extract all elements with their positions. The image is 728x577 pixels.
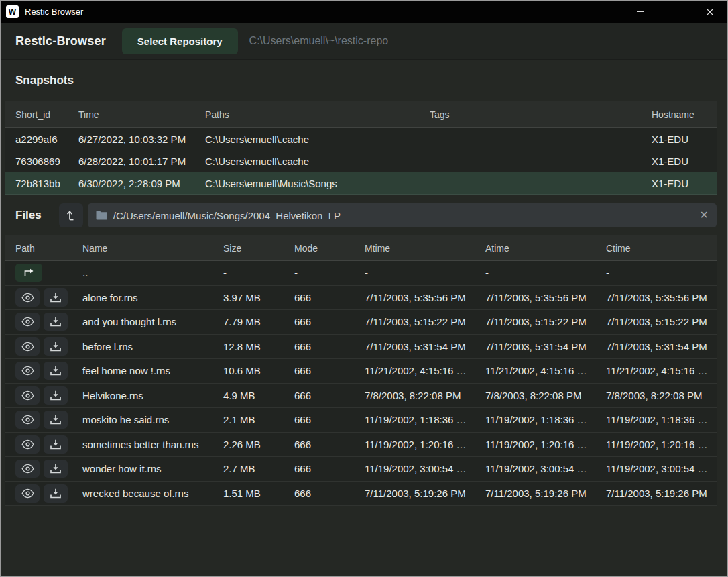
file-name: before l.rns	[82, 341, 223, 352]
file-mode: 666	[294, 390, 365, 401]
preview-file-button[interactable]	[15, 337, 40, 356]
toolbar: Restic-Browser Select Repository C:\User…	[1, 23, 727, 60]
column-header-size: Size	[223, 243, 294, 254]
file-mtime: 7/11/2003, 5:19:26 PM	[365, 488, 485, 499]
files-path-input[interactable]: /C/Users/emuell/Music/Songs/2004_Helveti…	[88, 203, 717, 227]
eye-icon	[21, 390, 34, 401]
close-button[interactable]	[692, 1, 727, 23]
file-mode: 666	[294, 341, 365, 352]
download-icon	[50, 293, 61, 303]
app-title: Restic-Browser	[15, 34, 106, 48]
file-ctime: 7/11/2003, 5:31:54 PM	[606, 341, 717, 352]
download-icon	[50, 415, 61, 425]
file-row: before l.rns 12.8 MB 666 7/11/2003, 5:31…	[5, 335, 717, 360]
open-repository-root-button[interactable]	[59, 203, 83, 227]
file-mtime: 11/21/2002, 4:15:16 …	[365, 365, 485, 376]
file-row: sometimes better than.rns 2.26 MB 666 11…	[5, 433, 717, 458]
file-mode: 666	[294, 488, 365, 499]
app-window: W Restic Browser Restic-Browser Select R…	[0, 0, 728, 577]
repository-path: C:\Users\emuell\~\restic-repo	[249, 35, 389, 47]
file-ctime: 11/21/2002, 4:15:16 …	[606, 365, 717, 376]
snapshots-header-row: Short_id Time Paths Tags Hostname	[5, 101, 717, 128]
snapshots-rows: a2299af6 6/27/2022, 10:03:32 PM C:\Users…	[5, 128, 717, 195]
download-file-button[interactable]	[44, 313, 68, 331]
maximize-button[interactable]	[658, 1, 692, 23]
file-mtime: 7/11/2003, 5:31:54 PM	[365, 341, 485, 352]
download-icon	[50, 390, 61, 401]
download-icon	[50, 488, 61, 499]
preview-file-button[interactable]	[15, 435, 40, 454]
file-ctime: 7/8/2003, 8:22:08 PM	[606, 390, 717, 401]
eye-icon	[21, 488, 34, 499]
column-header-time: Time	[78, 109, 205, 120]
minimize-button[interactable]	[623, 1, 658, 23]
select-repository-button[interactable]: Select Repository	[122, 28, 238, 54]
snapshot-row[interactable]: 76306869 6/28/2022, 10:01:17 PM C:\Users…	[5, 150, 717, 172]
files-table: Path Name Size Mode Mtime Atime Ctime ..…	[5, 235, 717, 506]
download-file-button[interactable]	[44, 460, 68, 478]
download-file-button[interactable]	[44, 337, 68, 356]
files-bar: Files /C/Users/emuell/Music/Songs/2004_H…	[5, 203, 717, 227]
column-header-paths: Paths	[205, 109, 430, 120]
minimize-icon	[637, 11, 644, 12]
preview-file-button[interactable]	[15, 484, 40, 503]
go-to-parent-directory-button[interactable]	[15, 264, 42, 282]
file-mtime: 11/19/2002, 1:20:16 …	[365, 439, 485, 450]
eye-icon	[21, 342, 34, 352]
file-row: alone for.rns 3.97 MB 666 7/11/2003, 5:3…	[5, 286, 717, 311]
file-name: alone for.rns	[82, 292, 223, 303]
file-mtime: 7/8/2003, 8:22:08 PM	[365, 390, 485, 401]
download-icon	[50, 439, 61, 450]
snapshot-row[interactable]: 72b813bb 6/30/2022, 2:28:09 PM C:\Users\…	[5, 172, 717, 195]
file-mtime: 7/11/2003, 5:15:22 PM	[365, 316, 485, 327]
file-mode: 666	[294, 439, 365, 450]
titlebar: W Restic Browser	[1, 1, 727, 23]
preview-file-button[interactable]	[15, 411, 40, 429]
download-file-button[interactable]	[44, 411, 68, 429]
snapshot-time: 6/27/2022, 10:03:32 PM	[78, 134, 205, 145]
snapshot-short-id: 72b813bb	[15, 178, 78, 189]
download-file-button[interactable]	[44, 435, 68, 454]
preview-file-button[interactable]	[15, 288, 40, 307]
snapshot-paths: C:\Users\emuell\Music\Songs	[205, 178, 430, 189]
download-file-button[interactable]	[44, 386, 68, 405]
snapshots-table: Short_id Time Paths Tags Hostname a2299a…	[5, 101, 717, 195]
snapshot-hostname: X1-EDU	[652, 156, 717, 167]
file-ctime: -	[606, 267, 717, 278]
file-row: moskito he said.rns 2.1 MB 666 11/19/200…	[5, 408, 717, 433]
file-name: feel home now !.rns	[82, 365, 223, 376]
file-atime: -	[485, 267, 606, 278]
preview-file-button[interactable]	[15, 386, 40, 405]
snapshot-short-id: 76306869	[15, 156, 78, 167]
file-atime: 11/19/2002, 3:00:54 …	[485, 463, 606, 474]
preview-file-button[interactable]	[15, 460, 40, 478]
file-mode: 666	[294, 292, 365, 303]
eye-icon	[21, 293, 34, 303]
file-size: 2.26 MB	[223, 439, 294, 450]
file-ctime: 11/19/2002, 1:20:16 …	[606, 439, 717, 450]
download-file-button[interactable]	[44, 288, 68, 307]
column-header-tags: Tags	[430, 109, 652, 120]
up-arrow-from-base-icon	[66, 209, 76, 221]
column-header-mode: Mode	[294, 243, 365, 254]
preview-file-button[interactable]	[15, 313, 40, 331]
file-size: 2.7 MB	[223, 463, 294, 474]
file-name: Helvikone.rns	[82, 390, 223, 401]
column-header-atime: Atime	[485, 243, 606, 254]
download-file-button[interactable]	[44, 362, 68, 380]
file-ctime: 7/11/2003, 5:15:22 PM	[606, 316, 717, 327]
eye-icon	[21, 415, 34, 425]
snapshot-row[interactable]: a2299af6 6/27/2022, 10:03:32 PM C:\Users…	[5, 128, 717, 150]
eye-icon	[21, 366, 34, 376]
file-size: 4.9 MB	[223, 390, 294, 401]
file-name: wonder how it.rns	[82, 463, 223, 474]
column-header-path: Path	[15, 243, 82, 254]
file-name: sometimes better than.rns	[82, 439, 223, 450]
download-file-button[interactable]	[44, 484, 68, 503]
snapshot-paths: C:\Users\emuell\.cache	[205, 156, 430, 167]
parent-directory-row: .. - - - - -	[5, 261, 717, 286]
preview-file-button[interactable]	[15, 362, 40, 380]
file-atime: 11/19/2002, 1:20:16 …	[485, 439, 606, 450]
clear-path-icon[interactable]: ✕	[700, 210, 709, 221]
file-mtime: -	[365, 267, 485, 278]
